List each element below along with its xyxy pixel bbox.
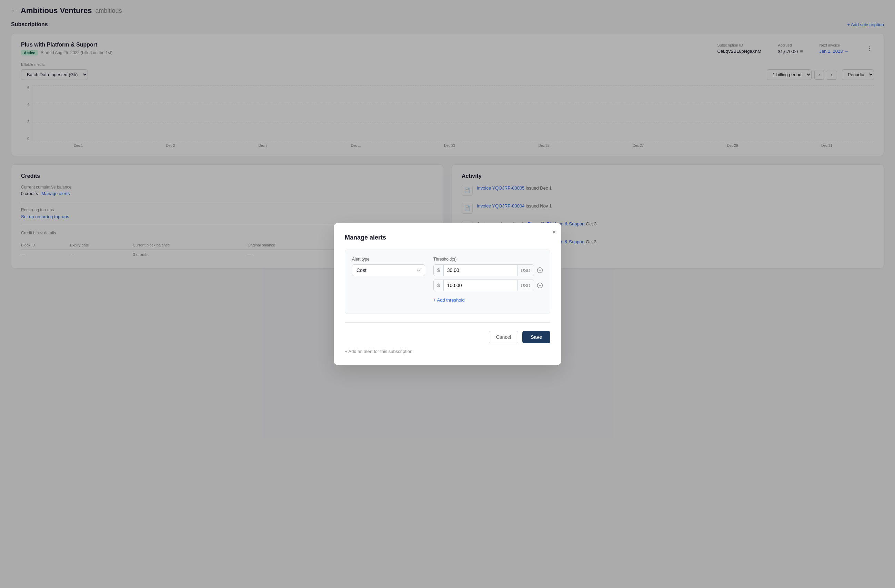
currency-label-1: USD — [517, 265, 534, 276]
thresholds-label: Threshold(s) — [433, 257, 543, 262]
alert-type-label: Alert type — [352, 257, 425, 262]
thresholds-col: Threshold(s) $ USD — [433, 257, 543, 304]
save-button[interactable]: Save — [522, 331, 550, 343]
alert-type-select[interactable]: Cost Usage — [352, 264, 425, 276]
dollar-sign-1: $ — [434, 265, 444, 276]
add-threshold-button[interactable]: + Add threshold — [433, 296, 465, 304]
cancel-button[interactable]: Cancel — [489, 331, 519, 343]
threshold-row-2: $ USD — [433, 279, 543, 291]
threshold-remove-1[interactable] — [537, 267, 543, 273]
currency-label-2: USD — [517, 280, 534, 291]
threshold-input-2[interactable] — [444, 280, 517, 291]
dollar-sign-2: $ — [434, 280, 444, 291]
alert-type-col: Alert type Cost Usage — [352, 257, 425, 304]
modal-divider — [345, 322, 550, 323]
threshold-input-1[interactable] — [444, 265, 517, 276]
modal-form-row: Alert type Cost Usage Threshold(s) $ USD — [352, 257, 543, 304]
threshold-input-wrap-1: $ USD — [433, 264, 534, 276]
modal-footer: Cancel Save — [345, 331, 550, 343]
add-alert-text[interactable]: + Add an alert for this subscription — [345, 349, 550, 354]
threshold-remove-2[interactable] — [537, 282, 543, 288]
manage-alerts-modal: Manage alerts × Alert type Cost Usage Th… — [334, 223, 561, 365]
modal-title: Manage alerts — [345, 234, 550, 241]
modal-close-button[interactable]: × — [552, 229, 556, 236]
threshold-row-1: $ USD — [433, 264, 543, 276]
modal-form-container: Alert type Cost Usage Threshold(s) $ USD — [345, 250, 550, 314]
threshold-input-wrap-2: $ USD — [433, 279, 534, 291]
modal-overlay: Manage alerts × Alert type Cost Usage Th… — [0, 0, 895, 588]
